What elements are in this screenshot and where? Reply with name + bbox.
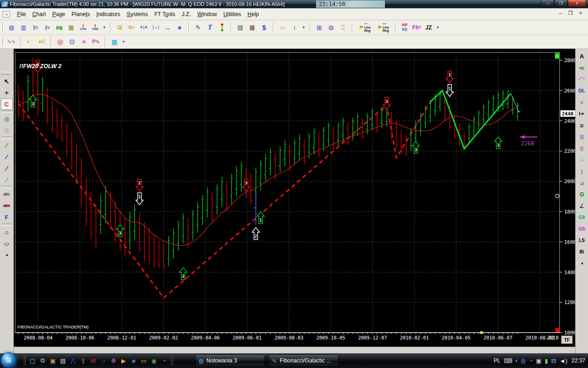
palette-handle[interactable] — [2, 72, 11, 75]
mdi-restore-button[interactable]: ❐ — [567, 10, 574, 17]
menu-chart[interactable]: Chart — [29, 10, 49, 19]
new-chart-button[interactable]: ▤ — [6, 22, 17, 33]
cascade-windows-button[interactable]: ⧉ — [326, 22, 337, 33]
biorhythm-button[interactable]: ∿∿ — [6, 36, 17, 47]
tray-display-icon[interactable]: ▣ — [536, 357, 541, 364]
expand-bars-button[interactable]: |↔| — [150, 22, 161, 33]
triangle-dots-tool[interactable]: ⊿ — [576, 177, 588, 189]
pen-green-tool[interactable]: ∕ — [1, 139, 13, 151]
dl-tool[interactable]: DL — [576, 85, 588, 97]
pen-blue-tool[interactable]: ∕ — [1, 151, 13, 162]
quicklaunch-grip[interactable] — [170, 356, 173, 365]
mdi-minimize-button[interactable]: – — [557, 10, 564, 17]
fan2-tool[interactable]: ∠ — [576, 200, 588, 212]
jz-button[interactable]: JZ — [423, 22, 434, 33]
cycle-c-tool[interactable]: C — [1, 98, 13, 110]
gs-tool[interactable]: GS — [576, 223, 588, 235]
right-edge-circle-marker[interactable] — [555, 194, 559, 198]
live-range-red-button[interactable]: ⚑┅┅Live Rng — [356, 22, 373, 33]
compress-time-button[interactable]: ∗ — [174, 22, 185, 33]
circle-tool[interactable]: ○ — [1, 226, 13, 238]
pointer-tool[interactable]: ↖ — [1, 75, 13, 87]
vlines-blue-tool[interactable]: ||| — [576, 131, 588, 143]
right-palette-more-arrow[interactable]: ◂ — [576, 258, 588, 269]
minimize-button[interactable]: – — [541, 0, 554, 7]
planet-dot-button[interactable]: ●·. — [24, 36, 35, 47]
traffic-light-button[interactable] — [216, 22, 227, 33]
save-app-icon[interactable]: ▣ — [48, 355, 58, 366]
pen-navy-tool[interactable]: ∕ — [1, 162, 13, 174]
tile-windows-button[interactable]: ⊞ — [314, 22, 325, 33]
bottom-right-marker[interactable] — [555, 328, 560, 332]
taskbar-fibonacci-button[interactable]: ∿Fibonacci/Galactic ... — [269, 355, 339, 367]
menu-indicators[interactable]: Indicators — [93, 10, 124, 19]
hlines-tool[interactable]: ≡ — [576, 120, 588, 131]
shift-chart-button[interactable]: ↔ — [162, 22, 173, 33]
jz-dropdown[interactable]: ▾ — [435, 22, 441, 33]
start-button[interactable]: ⊞ — [1, 352, 17, 368]
ruler-button[interactable]: ▭ — [277, 22, 288, 33]
draw-dropdown[interactable]: ▾ — [121, 36, 126, 47]
chrome-icon[interactable]: ◉ — [149, 355, 159, 366]
time-button[interactable]: ∥TIME — [90, 22, 101, 33]
taskbar-notowania-button[interactable]: ◍Notowania 3 — [195, 355, 265, 367]
recycle-bin-icon[interactable]: ◌ — [98, 355, 108, 366]
key-app-icon[interactable]: ‡ — [78, 355, 88, 366]
folder-icon[interactable]: ▭ — [139, 355, 149, 366]
vlines-red-tool[interactable]: ||| — [576, 143, 588, 154]
compress-bars-button[interactable]: ∗|∗ — [138, 22, 149, 33]
menu-jz[interactable]: J.Z. — [178, 10, 194, 19]
planet-circle-button[interactable]: ⊙ — [67, 36, 78, 47]
add-page-button[interactable]: ⧉+ — [126, 22, 137, 33]
firefox-icon[interactable]: ◔ — [159, 355, 169, 366]
chart-type-dropdown[interactable]: ▾ — [102, 22, 107, 33]
menu-utilities[interactable]: Utilities — [220, 10, 244, 19]
tray-volume-icon[interactable]: ◄) — [560, 357, 567, 364]
print-button[interactable]: ▤ — [235, 22, 246, 33]
mdi-system-icon[interactable]: ∿ — [3, 11, 10, 17]
menu-fttools[interactable]: FT Tools — [151, 10, 179, 19]
g9-tool[interactable]: G9 — [576, 212, 588, 223]
crosshair-tool[interactable]: + — [1, 87, 13, 98]
fan-lines-tool[interactable]: ≪ — [576, 62, 588, 74]
media-player-icon[interactable]: ▶ — [119, 355, 129, 366]
tray-blue-icon[interactable]: ◍ — [520, 357, 526, 364]
language-indicator[interactable]: PL — [494, 357, 501, 364]
keyboard-icon[interactable]: ⌨ — [503, 357, 512, 364]
left-palette-more-arrow[interactable]: ◂ — [1, 249, 13, 261]
dollar-button[interactable]: $ — [259, 22, 270, 33]
symbol-button[interactable]: ∥SYM — [78, 22, 89, 33]
calendar-button[interactable]: ▦ — [247, 22, 258, 33]
show-desktop-icon[interactable]: ▢ — [28, 355, 38, 366]
info-line-tool[interactable]: I≁ — [576, 108, 588, 120]
menu-page[interactable]: Page — [49, 10, 68, 19]
text-abc-tool[interactable]: abc — [1, 189, 13, 200]
cross-line-tool[interactable]: × — [576, 97, 588, 108]
delete-text-tool[interactable]: abc — [1, 200, 13, 212]
toolbar-grip[interactable] — [1, 23, 3, 33]
window-grid-button[interactable]: ▦ — [66, 22, 77, 33]
p-wave-button[interactable]: P∿ — [90, 36, 102, 47]
ms-app-icon[interactable]: M — [88, 355, 98, 366]
target-button[interactable]: ◎ — [55, 36, 66, 47]
bird-app-icon[interactable]: ⋀ — [68, 355, 78, 366]
zoom-page-tool[interactable]: ◎ — [1, 113, 13, 125]
intraday-bars-button[interactable]: ∥n — [30, 22, 41, 33]
ellipse-tool[interactable]: ○ — [1, 238, 13, 249]
scribble-button[interactable]: ≋ — [79, 36, 90, 47]
close-button[interactable]: × — [568, 0, 586, 7]
ls-tool[interactable]: LS — [576, 235, 588, 246]
fhz-button[interactable]: Fhᶻ — [411, 22, 422, 33]
menu-window[interactable]: Window — [194, 10, 220, 19]
notepad-icon[interactable]: ▤ — [58, 355, 68, 366]
toolbar-grip[interactable] — [1, 37, 3, 47]
text-tool-button[interactable]: T — [204, 22, 215, 33]
mdi-close-button[interactable]: × — [577, 10, 584, 17]
tray-network-icon[interactable]: ⊟ — [551, 357, 556, 364]
range-grid-button[interactable]: ∷∷∷∷ — [338, 22, 349, 33]
pen-cyan-tool[interactable]: ∕ — [1, 174, 13, 185]
price-marker-button[interactable]: ↕ — [289, 22, 300, 33]
chart-area[interactable]: 3321333123311322682800260024002200200018… — [14, 49, 575, 353]
tray-clock[interactable]: 22:37 — [571, 357, 585, 364]
open-chart-button[interactable]: ▥ — [18, 22, 29, 33]
